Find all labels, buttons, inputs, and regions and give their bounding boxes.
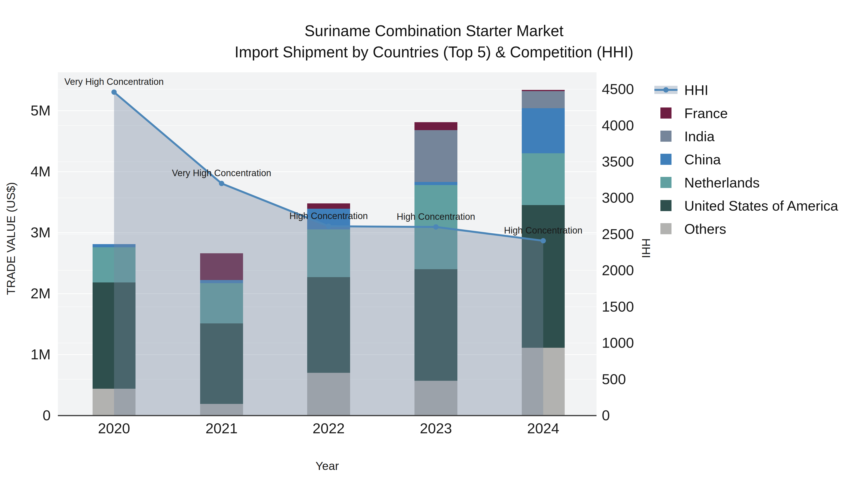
annotation-2022: High Concentration [289,210,368,222]
legend-item-united-states-of-america: United States of America [654,194,838,217]
legend-swatch-cell [654,107,678,119]
ytick-left-4M: 4M [0,164,51,179]
legend-label: India [684,128,715,144]
legend-color-swatch [660,177,672,188]
y-axis-right-title: HHI [640,238,653,258]
legend-swatch-cell [654,177,678,188]
y-axis-left-title: TRADE VALUE (US$) [4,182,18,295]
gridline-trade-5M [58,110,596,111]
ytick-right-1000: 1000 [602,336,674,350]
gridline-trade-4M [58,171,596,172]
gridline-hhi-3500 [58,161,596,162]
ytick-right-0: 0 [602,408,674,423]
xtick-2022: 2022 [292,421,365,436]
legend-hhi-line-marker [654,86,678,94]
legend-label: China [684,151,721,167]
ytick-right-2000: 2000 [602,263,674,278]
bar-2024-france [522,90,565,91]
annotation-2021: Very High Concentration [172,167,271,178]
bar-2023-united-states-of-america [414,269,457,381]
legend-color-swatch [660,154,672,165]
chart-title-line1: Suriname Combination Starter Market [0,20,868,41]
bar-2022-united-states-of-america [307,277,350,373]
ytick-left-1M: 1M [0,347,51,362]
legend-item-india: India [654,125,838,148]
legend-label: HHI [684,82,708,98]
xtick-2020: 2020 [78,421,150,436]
bar-2023-india [414,130,457,182]
gridline-hhi-4500 [58,89,596,89]
legend-swatch-cell [654,131,678,142]
bar-2022-france [307,203,350,209]
ytick-left-0: 0 [0,408,51,423]
bar-2021-china [200,280,243,283]
ytick-right-1500: 1500 [602,299,674,314]
bar-2022-netherlands [307,229,350,277]
legend-item-china: China [654,148,838,171]
legend-item-hhi: HHI [654,78,838,101]
bar-2021-united-states-of-america [200,323,243,404]
annotation-2020: Very High Concentration [64,76,164,87]
gridline-hhi-3000 [58,198,596,198]
bar-2020-others [93,389,135,416]
bar-2024-netherlands [522,153,565,205]
bar-2021-france [200,253,243,280]
hhi-point-2020 [112,89,117,95]
legend-label: United States of America [684,198,838,214]
bar-2023-others [414,381,457,416]
legend-swatch-cell [654,154,678,165]
bar-2020-united-states-of-america [93,283,135,388]
bar-2020-netherlands [93,247,135,283]
bar-2020-china [93,244,135,247]
bar-2024-china [522,108,565,153]
legend-item-france: France [654,101,838,125]
legend-label: Others [684,221,726,237]
annotation-2023: High Concentration [397,211,475,222]
bar-2023-netherlands [414,185,457,269]
legend-color-swatch [660,107,672,119]
xtick-2021: 2021 [185,421,258,436]
x-axis-title: Year [58,459,596,473]
bar-2024-india [522,91,565,108]
legend-label: Netherlands [684,174,760,191]
bar-2021-others [200,404,243,416]
legend-color-swatch [660,200,672,211]
legend-item-netherlands: Netherlands [654,171,838,194]
chart-title-line2: Import Shipment by Countries (Top 5) & C… [0,41,868,63]
plot-area [58,72,596,416]
legend-swatch-cell [654,223,678,234]
ytick-left-5M: 5M [0,103,51,118]
legend-label: France [684,105,728,121]
legend-item-others: Others [654,217,838,240]
bar-2023-china [414,182,457,185]
x-axis-line [58,415,596,416]
legend-swatch-cell [654,200,678,211]
legend: HHIFranceIndiaChinaNetherlandsUnited Sta… [654,78,838,240]
gridline-hhi-4000 [58,125,596,126]
bar-2024-others [522,348,565,416]
hhi-dot-icon [663,87,669,93]
bar-2023-france [414,122,457,130]
legend-color-swatch [660,131,672,142]
xtick-2023: 2023 [400,421,472,436]
bar-2021-netherlands [200,283,243,323]
hhi-band-icon [654,86,678,94]
ytick-right-500: 500 [602,372,674,387]
legend-color-swatch [660,223,672,234]
chart-title: Suriname Combination Starter Market Impo… [0,20,868,63]
annotation-2024: High Concentration [504,225,582,236]
hhi-point-2021 [219,181,224,186]
bar-2022-others [307,373,350,416]
xtick-2024: 2024 [507,421,579,436]
chart-figure: Suriname Combination Starter Market Impo… [0,0,868,488]
